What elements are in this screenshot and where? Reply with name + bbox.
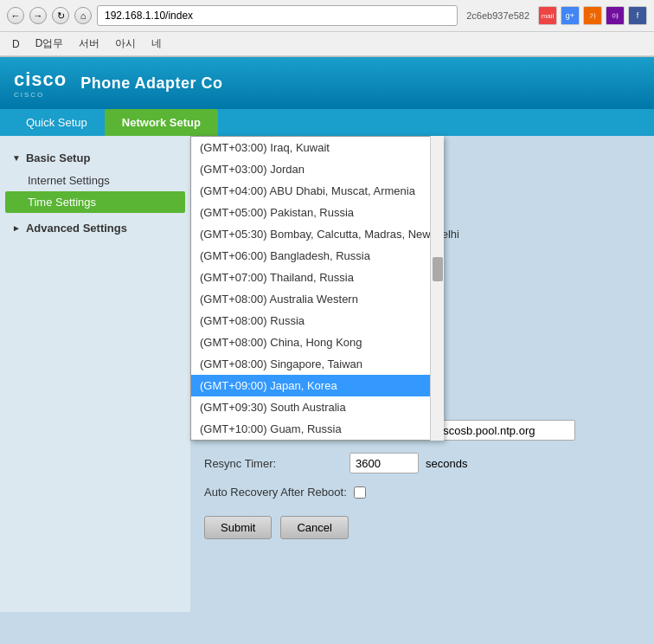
- app-title: Phone Adapter Co: [80, 74, 222, 93]
- sidebar-group-advanced-header[interactable]: ► Advanced Settings: [0, 216, 190, 240]
- dropdown-item-9[interactable]: (GMT+08:00) China, Hong Kong: [191, 332, 443, 353]
- cancel-button[interactable]: Cancel: [280, 516, 348, 539]
- app-header: cisco CISCO Phone Adapter Co: [0, 57, 654, 109]
- logo-text: cisco: [14, 68, 67, 91]
- dropdown-item-0[interactable]: (GMT+03:00) Iraq, Kuwait: [191, 137, 443, 158]
- page-id: 2c6eb937e582: [463, 10, 533, 21]
- sidebar: ▼ Basic Setup Internet Settings Time Set…: [0, 136, 190, 612]
- scrollbar-thumb: [433, 257, 443, 281]
- sidebar-group-basic-label: Basic Setup: [26, 151, 90, 164]
- resync-timer-label: Resync Timer:: [204, 457, 343, 470]
- back-button[interactable]: ←: [7, 7, 24, 24]
- dropdown-item-13[interactable]: (GMT+10:00) Guam, Russia: [191, 418, 443, 440]
- favicon-mail: mail: [538, 6, 557, 25]
- bookmark-server[interactable]: 서버: [74, 35, 105, 53]
- browser-toolbar: ← → ↻ ⌂ 2c6eb937e582 mail g+ 가 야 f: [0, 0, 654, 32]
- dropdown-item-2[interactable]: (GMT+04:00) ABU Dhabi, Muscat, Armenia: [191, 180, 443, 202]
- resync-timer-input[interactable]: [349, 453, 419, 473]
- tab-quick-setup[interactable]: Quick Setup: [9, 109, 105, 136]
- home-button[interactable]: ⌂: [74, 7, 92, 24]
- favicon-yahoo: 야: [606, 6, 625, 25]
- sidebar-group-advanced-label: Advanced Settings: [26, 222, 127, 235]
- dropdown-item-11[interactable]: (GMT+09:00) Japan, Korea: [191, 375, 443, 396]
- submit-button[interactable]: Submit: [204, 516, 272, 539]
- auto-recovery-checkbox[interactable]: [354, 486, 366, 499]
- dropdown-item-7[interactable]: (GMT+08:00) Australia Western: [191, 288, 443, 310]
- dropdown-item-10[interactable]: (GMT+08:00) Singapore, Taiwan: [191, 353, 443, 375]
- dropdown-item-12[interactable]: (GMT+09:30) South Australia: [191, 396, 443, 418]
- tab-network-setup[interactable]: Network Setup: [105, 109, 218, 136]
- sidebar-arrow-right: ►: [12, 223, 21, 233]
- favicon-facebook: f: [628, 6, 647, 25]
- resync-timer-row: Resync Timer: seconds: [204, 453, 640, 473]
- dropdown-item-4[interactable]: (GMT+05:30) Bombay, Calcutta, Madras, Ne…: [191, 223, 443, 245]
- favicon-google: g+: [561, 6, 580, 25]
- dropdown-item-8[interactable]: (GMT+08:00) Russia: [191, 310, 443, 332]
- bookmark-5[interactable]: 네: [146, 35, 167, 53]
- dropdown-item-6[interactable]: (GMT+07:00) Thailand, Russia: [191, 267, 443, 288]
- favicon-icon3: 가: [583, 6, 602, 25]
- sidebar-item-internet-settings[interactable]: Internet Settings: [0, 170, 190, 191]
- logo-subtext: CISCO: [14, 91, 67, 99]
- sidebar-group-advanced: ► Advanced Settings: [0, 216, 190, 240]
- main-content: ▼ Basic Setup Internet Settings Time Set…: [0, 136, 654, 612]
- bookmark-d[interactable]: D: [7, 36, 25, 52]
- nav-tabs: Quick Setup Network Setup: [0, 109, 654, 136]
- bookmark-work[interactable]: D업무: [30, 35, 69, 53]
- bookmarks-bar: D D업무 서버 아시 네: [0, 32, 654, 56]
- sidebar-arrow-down: ▼: [12, 153, 21, 163]
- dropdown-overlay: (GMT+03:00) Iraq, Kuwait (GMT+03:00) Jor…: [190, 136, 444, 441]
- sidebar-group-basic-header[interactable]: ▼ Basic Setup: [0, 146, 190, 170]
- sidebar-group-basic: ▼ Basic Setup Internet Settings Time Set…: [0, 146, 190, 213]
- auto-recovery-row: Auto Recovery After Reboot:: [204, 486, 640, 499]
- dropdown-scrollbar[interactable]: [430, 136, 444, 441]
- browser-chrome: ← → ↻ ⌂ 2c6eb937e582 mail g+ 가 야 f D D업무…: [0, 0, 654, 57]
- address-bar[interactable]: [97, 5, 458, 26]
- content-area: (GMT+03:00) Iraq, Kuwait (GMT+03:00) Jor…: [190, 136, 654, 612]
- auto-recovery-label: Auto Recovery After Reboot:: [204, 486, 347, 499]
- timezone-dropdown: (GMT+03:00) Iraq, Kuwait (GMT+03:00) Jor…: [190, 136, 444, 441]
- refresh-button[interactable]: ↻: [52, 7, 69, 24]
- browser-favicons: mail g+ 가 야 f: [538, 6, 647, 25]
- dropdown-item-3[interactable]: (GMT+05:00) Pakistan, Russia: [191, 202, 443, 223]
- resync-timer-unit: seconds: [426, 457, 467, 470]
- sidebar-item-time-settings[interactable]: Time Settings: [5, 191, 185, 213]
- dropdown-item-5[interactable]: (GMT+06:00) Bangladesh, Russia: [191, 245, 443, 267]
- timezone-dropdown-list: (GMT+03:00) Iraq, Kuwait (GMT+03:00) Jor…: [190, 136, 444, 441]
- forward-button[interactable]: →: [29, 7, 47, 24]
- bookmark-4[interactable]: 아시: [110, 35, 141, 53]
- button-row: Submit Cancel: [204, 516, 640, 539]
- dropdown-item-1[interactable]: (GMT+03:00) Jordan: [191, 158, 443, 180]
- cisco-logo: cisco CISCO: [14, 68, 67, 99]
